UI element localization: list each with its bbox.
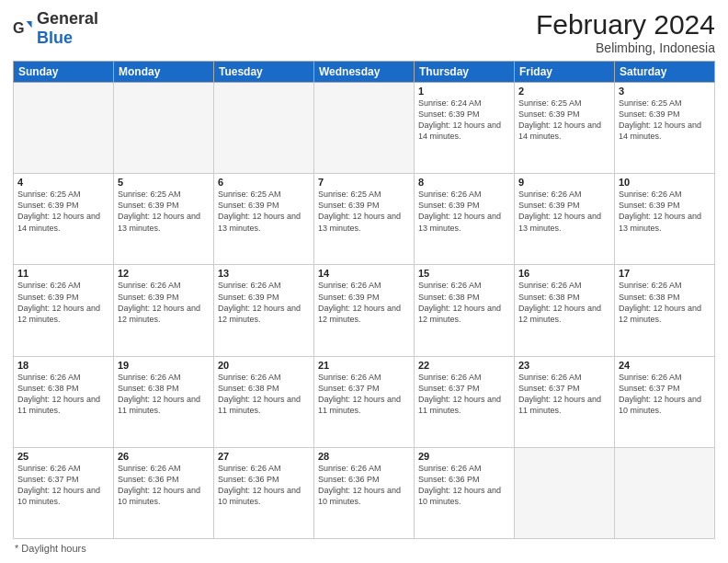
day-info: Sunrise: 6:26 AMSunset: 6:38 PMDaylight:… [518, 280, 610, 325]
table-row: 21Sunrise: 6:26 AMSunset: 6:37 PMDayligh… [314, 356, 415, 447]
day-info: Sunrise: 6:26 AMSunset: 6:39 PMDaylight:… [118, 280, 210, 325]
table-row: 28Sunrise: 6:26 AMSunset: 6:36 PMDayligh… [314, 447, 415, 538]
col-monday: Monday [114, 62, 214, 83]
logo-general: General [37, 9, 98, 28]
day-info: Sunrise: 6:26 AMSunset: 6:36 PMDaylight:… [118, 463, 210, 508]
day-info: Sunrise: 6:25 AMSunset: 6:39 PMDaylight:… [17, 189, 109, 234]
day-number: 3 [619, 86, 711, 97]
table-row: 2Sunrise: 6:25 AMSunset: 6:39 PMDaylight… [515, 83, 615, 174]
day-info: Sunrise: 6:26 AMSunset: 6:39 PMDaylight:… [619, 189, 711, 234]
day-number: 1 [418, 86, 510, 97]
day-info: Sunrise: 6:25 AMSunset: 6:39 PMDaylight:… [118, 189, 210, 234]
col-thursday: Thursday [415, 62, 515, 83]
table-row [14, 83, 114, 174]
table-row: 4Sunrise: 6:25 AMSunset: 6:39 PMDaylight… [14, 174, 114, 265]
header-row: Sunday Monday Tuesday Wednesday Thursday… [14, 62, 715, 83]
day-info: Sunrise: 6:25 AMSunset: 6:39 PMDaylight:… [518, 98, 610, 143]
table-row: 9Sunrise: 6:26 AMSunset: 6:39 PMDaylight… [515, 174, 615, 265]
table-row: 27Sunrise: 6:26 AMSunset: 6:36 PMDayligh… [214, 447, 314, 538]
day-number: 19 [118, 360, 210, 371]
table-row: 23Sunrise: 6:26 AMSunset: 6:37 PMDayligh… [515, 356, 615, 447]
table-row: 22Sunrise: 6:26 AMSunset: 6:37 PMDayligh… [415, 356, 515, 447]
calendar-header: Sunday Monday Tuesday Wednesday Thursday… [14, 62, 715, 83]
logo-blue: Blue [37, 29, 73, 47]
day-number: 29 [418, 451, 510, 462]
table-row: 14Sunrise: 6:26 AMSunset: 6:39 PMDayligh… [314, 265, 415, 356]
table-row: 7Sunrise: 6:25 AMSunset: 6:39 PMDaylight… [314, 174, 415, 265]
day-info: Sunrise: 6:26 AMSunset: 6:39 PMDaylight:… [218, 280, 310, 325]
calendar-week-row: 25Sunrise: 6:26 AMSunset: 6:37 PMDayligh… [14, 447, 715, 538]
table-row: 5Sunrise: 6:25 AMSunset: 6:39 PMDaylight… [114, 174, 214, 265]
day-number: 17 [619, 268, 711, 279]
svg-text:G: G [13, 19, 25, 36]
calendar-week-row: 18Sunrise: 6:26 AMSunset: 6:38 PMDayligh… [14, 356, 715, 447]
day-info: Sunrise: 6:26 AMSunset: 6:37 PMDaylight:… [619, 372, 711, 417]
day-number: 6 [218, 177, 310, 188]
table-row: 26Sunrise: 6:26 AMSunset: 6:36 PMDayligh… [114, 447, 214, 538]
day-number: 18 [17, 360, 109, 371]
day-number: 7 [318, 177, 410, 188]
day-info: Sunrise: 6:26 AMSunset: 6:38 PMDaylight:… [118, 372, 210, 417]
table-row: 12Sunrise: 6:26 AMSunset: 6:39 PMDayligh… [114, 265, 214, 356]
day-number: 21 [318, 360, 410, 371]
day-number: 4 [17, 177, 109, 188]
col-saturday: Saturday [615, 62, 715, 83]
day-number: 14 [318, 268, 410, 279]
day-info: Sunrise: 6:26 AMSunset: 6:39 PMDaylight:… [318, 280, 410, 325]
table-row [615, 447, 715, 538]
calendar-week-row: 11Sunrise: 6:26 AMSunset: 6:39 PMDayligh… [14, 265, 715, 356]
day-info: Sunrise: 6:26 AMSunset: 6:38 PMDaylight:… [218, 372, 310, 417]
day-number: 9 [518, 177, 610, 188]
day-number: 13 [218, 268, 310, 279]
day-info: Sunrise: 6:26 AMSunset: 6:38 PMDaylight:… [418, 280, 510, 325]
table-row [314, 83, 415, 174]
table-row: 11Sunrise: 6:26 AMSunset: 6:39 PMDayligh… [14, 265, 114, 356]
table-row: 6Sunrise: 6:25 AMSunset: 6:39 PMDaylight… [214, 174, 314, 265]
page: G General Blue February 2024 Belimbing, … [0, 0, 728, 563]
day-info: Sunrise: 6:24 AMSunset: 6:39 PMDaylight:… [418, 98, 510, 143]
day-info: Sunrise: 6:26 AMSunset: 6:39 PMDaylight:… [518, 189, 610, 234]
day-info: Sunrise: 6:26 AMSunset: 6:39 PMDaylight:… [418, 189, 510, 234]
location: Belimbing, Indonesia [536, 40, 715, 55]
col-wednesday: Wednesday [314, 62, 415, 83]
day-number: 24 [619, 360, 711, 371]
header: G General Blue February 2024 Belimbing, … [13, 9, 715, 55]
day-number: 27 [218, 451, 310, 462]
table-row [515, 447, 615, 538]
daylight-label: Daylight hours [21, 543, 85, 554]
day-number: 11 [17, 268, 109, 279]
day-number: 26 [118, 451, 210, 462]
table-row: 3Sunrise: 6:25 AMSunset: 6:39 PMDaylight… [615, 83, 715, 174]
svg-marker-1 [27, 21, 32, 28]
table-row: 17Sunrise: 6:26 AMSunset: 6:38 PMDayligh… [615, 265, 715, 356]
day-info: Sunrise: 6:26 AMSunset: 6:39 PMDaylight:… [17, 280, 109, 325]
day-number: 8 [418, 177, 510, 188]
table-row: 19Sunrise: 6:26 AMSunset: 6:38 PMDayligh… [114, 356, 214, 447]
day-info: Sunrise: 6:26 AMSunset: 6:36 PMDaylight:… [218, 463, 310, 508]
month-year: February 2024 [536, 9, 715, 40]
calendar-table: Sunday Monday Tuesday Wednesday Thursday… [13, 61, 715, 539]
day-number: 22 [418, 360, 510, 371]
footer-note: * Daylight hours [13, 543, 715, 554]
table-row: 25Sunrise: 6:26 AMSunset: 6:37 PMDayligh… [14, 447, 114, 538]
day-info: Sunrise: 6:26 AMSunset: 6:37 PMDaylight:… [17, 463, 109, 508]
day-info: Sunrise: 6:26 AMSunset: 6:36 PMDaylight:… [418, 463, 510, 508]
day-info: Sunrise: 6:25 AMSunset: 6:39 PMDaylight:… [318, 189, 410, 234]
logo-icon: G [13, 18, 33, 39]
day-info: Sunrise: 6:26 AMSunset: 6:36 PMDaylight:… [318, 463, 410, 508]
day-info: Sunrise: 6:26 AMSunset: 6:38 PMDaylight:… [619, 280, 711, 325]
day-number: 5 [118, 177, 210, 188]
day-number: 12 [118, 268, 210, 279]
table-row: 8Sunrise: 6:26 AMSunset: 6:39 PMDaylight… [415, 174, 515, 265]
table-row: 18Sunrise: 6:26 AMSunset: 6:38 PMDayligh… [14, 356, 114, 447]
day-number: 28 [318, 451, 410, 462]
day-info: Sunrise: 6:25 AMSunset: 6:39 PMDaylight:… [218, 189, 310, 234]
title-block: February 2024 Belimbing, Indonesia [536, 9, 715, 55]
table-row: 20Sunrise: 6:26 AMSunset: 6:38 PMDayligh… [214, 356, 314, 447]
logo-text: General Blue [37, 9, 98, 48]
table-row: 10Sunrise: 6:26 AMSunset: 6:39 PMDayligh… [615, 174, 715, 265]
table-row: 29Sunrise: 6:26 AMSunset: 6:36 PMDayligh… [415, 447, 515, 538]
day-number: 2 [518, 86, 610, 97]
day-info: Sunrise: 6:26 AMSunset: 6:37 PMDaylight:… [518, 372, 610, 417]
day-number: 16 [518, 268, 610, 279]
